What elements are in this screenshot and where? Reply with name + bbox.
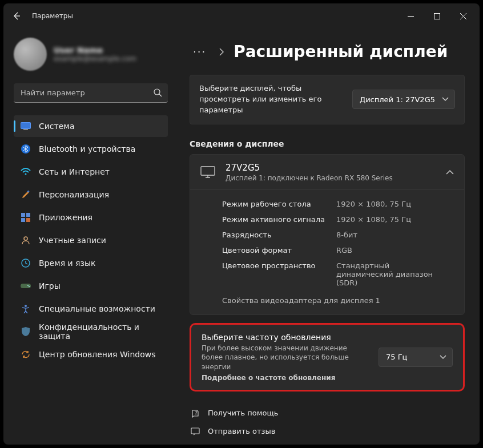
- feedback-link[interactable]: Отправить отзыв: [191, 422, 465, 441]
- account-block[interactable]: User Name example@example.com: [14, 38, 168, 71]
- apps-icon: [21, 212, 31, 223]
- sidebar-item-label: Конфиденциальность и защита: [39, 322, 162, 341]
- svg-point-14: [27, 285, 29, 286]
- maximize-button[interactable]: [424, 7, 450, 25]
- display-select-value: Дисплей 1: 27V2G5: [360, 95, 435, 104]
- back-arrow-icon: [12, 11, 21, 21]
- breadcrumb-more[interactable]: ···: [190, 43, 210, 60]
- display-info-heading: Сведения о дисплее: [190, 139, 465, 148]
- adapter-properties-link[interactable]: Свойства видеоадаптера для дисплея 1: [222, 296, 380, 305]
- brush-icon: [21, 189, 31, 200]
- account-email: example@example.com: [54, 55, 136, 63]
- sidebar-item-label: Учетные записи: [39, 236, 106, 245]
- search-icon: [153, 88, 162, 97]
- display-info-card: 27V2G5 Дисплей 1: подключен к Radeon RX …: [190, 154, 465, 315]
- sidebar-item-apps[interactable]: Приложения: [14, 207, 168, 228]
- refresh-rate-title: Выберите частоту обновления: [202, 333, 368, 342]
- clock-icon: [21, 258, 31, 268]
- refresh-rate-dropdown[interactable]: 75 Гц: [379, 348, 453, 367]
- gamepad-icon: [21, 281, 31, 291]
- sidebar-item-label: Приложения: [39, 213, 92, 222]
- info-row: Цветовой форматRGB: [222, 243, 454, 258]
- svg-rect-0: [434, 13, 440, 19]
- svg-point-5: [25, 173, 27, 175]
- svg-point-1: [154, 89, 160, 95]
- refresh-rate-value: 75 Гц: [386, 353, 407, 361]
- sidebar-item-bluetooth[interactable]: Bluetooth и устройства: [14, 138, 168, 160]
- maximize-icon: [434, 13, 440, 19]
- sidebar-item-label: Система: [39, 122, 74, 131]
- chevron-down-icon: [442, 97, 449, 102]
- display-select-label: Выберите дисплей, чтобы просмотреть или …: [199, 83, 343, 116]
- back-button[interactable]: [7, 6, 26, 26]
- close-button[interactable]: [450, 7, 476, 25]
- sidebar-item-label: Сеть и Интернет: [39, 167, 110, 176]
- bluetooth-icon: [21, 144, 31, 154]
- minimize-button[interactable]: [397, 7, 424, 25]
- display-info-header[interactable]: 27V2G5 Дисплей 1: подключен к Radeon RX …: [190, 155, 464, 189]
- avatar: [14, 38, 47, 71]
- chevron-down-icon: [440, 355, 446, 360]
- minimize-icon: [408, 13, 414, 19]
- info-row: Цветовое пространствоСтандартный динамич…: [222, 258, 454, 290]
- sidebar-item-privacy[interactable]: Конфиденциальность и защита: [14, 321, 168, 342]
- svg-point-11: [24, 237, 27, 240]
- wifi-icon: [21, 167, 31, 177]
- sidebar-item-label: Bluetooth и устройства: [39, 144, 135, 154]
- svg-rect-2: [21, 123, 31, 129]
- sidebar-item-accounts[interactable]: Учетные записи: [14, 229, 168, 251]
- account-name: User Name: [54, 46, 136, 55]
- svg-rect-9: [21, 218, 25, 222]
- refresh-rate-card: Выберите частоту обновления При более вы…: [190, 323, 465, 392]
- sidebar-item-network[interactable]: Сеть и Интернет: [14, 161, 168, 183]
- sidebar-nav: Система Bluetooth и устройства Сеть и Ин…: [14, 115, 168, 365]
- close-icon: [460, 13, 466, 19]
- svg-rect-8: [26, 213, 30, 217]
- get-help-link[interactable]: ? Получить помощь: [191, 404, 465, 422]
- svg-rect-3: [23, 129, 28, 130]
- monitor-icon: [200, 166, 215, 179]
- info-row: Разрядность8-бит: [222, 227, 454, 243]
- refresh-rate-desc: При более высоком значении движение боле…: [202, 344, 368, 372]
- page-title: Расширенный дисплей: [234, 42, 448, 61]
- info-row: Режим активного сигнала1920 × 1080, 75 Г…: [222, 212, 454, 227]
- help-icon: ?: [191, 409, 200, 418]
- user-icon: [21, 235, 31, 245]
- sidebar-item-label: Специальные возможности: [39, 304, 155, 313]
- sidebar-item-label: Время и язык: [39, 259, 95, 268]
- svg-text:?: ?: [195, 410, 198, 416]
- svg-rect-19: [191, 428, 199, 434]
- sidebar-item-accessibility[interactable]: Специальные возможности: [14, 298, 168, 320]
- sidebar-item-label: Игры: [39, 281, 61, 290]
- feedback-icon: [191, 427, 200, 436]
- accessibility-icon: [21, 304, 31, 314]
- display-sub: Дисплей 1: подключен к Radeon RX 580 Ser…: [226, 174, 436, 182]
- sidebar-item-personalization[interactable]: Персонализация: [14, 184, 168, 205]
- sidebar-item-label: Центр обновления Windows: [39, 350, 155, 359]
- svg-rect-17: [201, 167, 215, 175]
- display-select-dropdown[interactable]: Дисплей 1: 27V2G5: [352, 90, 455, 109]
- sidebar-item-update[interactable]: Центр обновления Windows: [14, 344, 168, 365]
- svg-point-16: [25, 305, 27, 307]
- display-name: 27V2G5: [226, 163, 436, 173]
- sidebar-item-label: Персонализация: [39, 190, 109, 199]
- svg-rect-10: [26, 218, 30, 222]
- svg-rect-7: [21, 213, 25, 217]
- refresh-rate-more-link[interactable]: Подробнее о частоте обновления: [202, 374, 368, 382]
- sidebar-item-system[interactable]: Система: [14, 115, 168, 137]
- window-title: Параметры: [32, 12, 73, 20]
- shield-icon: [21, 326, 31, 337]
- system-icon: [21, 121, 31, 131]
- svg-rect-13: [21, 284, 31, 288]
- info-row: Режим рабочего стола1920 × 1080, 75 Гц: [222, 196, 454, 212]
- update-icon: [21, 349, 31, 360]
- sidebar-item-gaming[interactable]: Игры: [14, 275, 168, 297]
- svg-point-15: [29, 286, 30, 287]
- chevron-right-icon: [219, 48, 224, 56]
- chevron-up-icon: [446, 169, 454, 175]
- search-input[interactable]: [14, 83, 168, 103]
- sidebar-item-time-language[interactable]: Время и язык: [14, 252, 168, 274]
